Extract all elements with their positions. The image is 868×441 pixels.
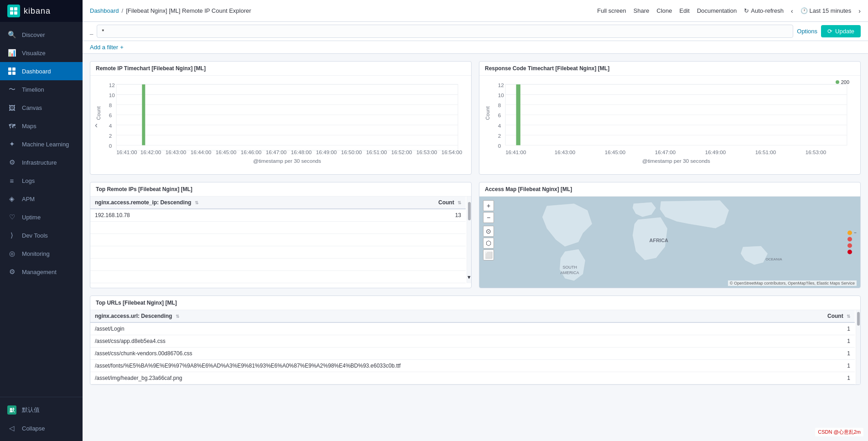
breadcrumb-dashboard-link[interactable]: Dashboard (90, 7, 119, 14)
table-wrapper: nginx.access.remote_ip: Descending ⇅ Cou… (90, 197, 471, 283)
sidebar-item-uptime[interactable]: ♡ Uptime (0, 208, 83, 226)
svg-text:8: 8 (498, 103, 501, 108)
share-button[interactable]: Share (634, 7, 650, 14)
svg-text:10: 10 (498, 93, 504, 98)
table-row: /asset/img/header_bg.23a66caf.png1 (90, 372, 855, 384)
legend-item-4 (847, 250, 857, 254)
svg-text:2: 2 (109, 133, 112, 139)
svg-text:16:45:00: 16:45:00 (605, 150, 625, 156)
options-button[interactable]: Options (797, 28, 817, 35)
time-next-button[interactable]: › (858, 7, 861, 15)
svg-text:@timestamp per 30 seconds: @timestamp per 30 seconds (253, 159, 321, 164)
auto-refresh-button[interactable]: ↻ Auto-refresh (744, 7, 784, 14)
uptime-icon: ♡ (7, 213, 16, 222)
remote-ips-table: nginx.access.remote_ip: Descending ⇅ Cou… (90, 197, 466, 283)
panel-title: Top Remote IPs [Filebeat Nginx] [ML] (90, 182, 471, 197)
maps-icon: 🗺 (7, 121, 16, 130)
map-container: AFRICA SOUTH AMERICA OCEANIA + (479, 197, 860, 288)
update-icon: ⟳ (827, 28, 832, 35)
rectangle-tool-button[interactable]: ⬜ (483, 249, 494, 260)
map-attribution: © OpenStreetMap contributors, OpenMapTil… (728, 280, 857, 286)
clock-icon: 🕐 (800, 7, 808, 14)
table-row: /asset/css/chunk-vendors.00d86706.css1 (90, 348, 855, 360)
table-row (90, 246, 466, 259)
sidebar-item-machine-learning[interactable]: ✦ Machine Learning (0, 135, 83, 153)
col-count-header: Count ⇅ (383, 197, 466, 209)
sidebar-item-timelion[interactable]: 〜 Timelion (0, 80, 83, 99)
sidebar-item-maps[interactable]: 🗺 Maps (0, 117, 83, 135)
svg-text:6: 6 (498, 113, 501, 119)
sidebar: kibana 🔍 Discover 📊 Visualize Dashboard … (0, 0, 83, 441)
map-controls: + − ⊙ ⬡ ⬜ (483, 200, 494, 260)
polygon-tool-button[interactable]: ⬡ (483, 238, 494, 249)
sort-icon: ⇅ (847, 314, 850, 319)
svg-text:16:41:00: 16:41:00 (116, 150, 137, 156)
scrollbar[interactable]: ▾ (467, 197, 471, 283)
zoom-in-button[interactable]: + (483, 200, 494, 211)
sidebar-item-apm[interactable]: ◈ APM (0, 190, 83, 208)
time-range-label: Last 15 minutes (810, 7, 852, 14)
sidebar-nav: 🔍 Discover 📊 Visualize Dashboard 〜 Timel… (0, 22, 83, 397)
sidebar-item-dashboard[interactable]: Dashboard (0, 62, 83, 80)
ip-cell: 192.168.10.78 (90, 209, 383, 222)
management-icon: ⚙ (7, 267, 16, 276)
svg-text:16:43:00: 16:43:00 (555, 150, 575, 156)
sidebar-item-canvas[interactable]: 🖼 Canvas (0, 99, 83, 117)
add-filter-button[interactable]: Add a filter + (90, 44, 124, 51)
svg-text:16:42:00: 16:42:00 (140, 150, 161, 156)
update-button[interactable]: ⟳ Update (821, 25, 861, 37)
reset-view-button[interactable]: ⊙ (483, 226, 494, 237)
time-prev-button[interactable]: ‹ (791, 7, 793, 15)
panel-body: AFRICA SOUTH AMERICA OCEANIA + (479, 197, 860, 288)
count-cell: 13 (383, 209, 466, 222)
edit-button[interactable]: Edit (679, 7, 689, 14)
time-picker[interactable]: 🕐 Last 15 minutes (800, 7, 852, 14)
svg-rect-7 (12, 72, 16, 75)
documentation-button[interactable]: Documentation (697, 7, 737, 14)
scroll-down-icon[interactable]: ▾ (468, 274, 471, 280)
sidebar-item-dev-tools[interactable]: ⟩ Dev Tools (0, 226, 83, 244)
main-content: Dashboard / [Filebeat Nginx] [ML] Remote… (83, 0, 868, 441)
panel-title: Response Code Timechart [Filebeat Nginx]… (479, 62, 860, 76)
sidebar-item-discover[interactable]: 🔍 Discover (0, 26, 83, 44)
panel-row-2: Top Remote IPs [Filebeat Nginx] [ML] ▾ (90, 182, 861, 288)
sidebar-item-label: Visualize (22, 50, 46, 57)
remote-ip-timechart-panel: Remote IP Timechart [Filebeat Nginx] [ML… (90, 61, 472, 175)
svg-text:6: 6 (109, 113, 112, 119)
count-cell: 1 (818, 322, 855, 335)
svg-text:16:47:00: 16:47:00 (655, 150, 676, 156)
scrollbar-thumb (857, 312, 860, 326)
svg-text:Count: Count (485, 106, 490, 119)
svg-text:OCEANIA: OCEANIA (766, 257, 783, 261)
svg-text:16:48:00: 16:48:00 (291, 150, 312, 156)
col-count-header: Count ⇅ (818, 310, 855, 322)
infra-icon: ⚙ (7, 158, 16, 167)
url-cell: /asset/fonts/%E5%BA%9E%E9%97%9A8%E6%AD%A… (90, 360, 818, 372)
sidebar-item-infrastructure[interactable]: ⚙ Infrastructure (0, 153, 83, 171)
sidebar-item-collapse[interactable]: ◁ Collapse (0, 419, 83, 437)
response-code-timechart-panel: Response Code Timechart [Filebeat Nginx]… (479, 61, 861, 175)
timechart-left-svg: 12 10 8 6 4 2 0 Count (94, 79, 468, 171)
svg-text:16:53:00: 16:53:00 (806, 150, 826, 156)
query-input[interactable] (97, 25, 793, 38)
logo-text: kibana (24, 6, 51, 16)
zoom-out-button[interactable]: − (483, 212, 494, 223)
top-urls-panel: Top URLs [Filebeat Nginx] [ML] nginx.acc… (90, 296, 861, 385)
svg-rect-56 (516, 84, 520, 145)
empty-cell (90, 246, 383, 259)
clone-button[interactable]: Clone (657, 7, 672, 14)
scrollbar[interactable] (856, 310, 860, 384)
sidebar-item-label: Dev Tools (22, 232, 48, 239)
sidebar-item-monitoring[interactable]: ◎ Monitoring (0, 244, 83, 263)
empty-cell (90, 234, 383, 246)
chart-nav-left[interactable]: ‹ (95, 120, 98, 130)
full-screen-button[interactable]: Full screen (597, 7, 626, 14)
url-cell: /asset/img/header_bg.23a66caf.png (90, 372, 818, 384)
sidebar-item-label: Timelion (22, 86, 44, 93)
sidebar-item-logs[interactable]: ≡ Logs (0, 171, 83, 190)
count-cell: 1 (818, 372, 855, 384)
sidebar-item-visualize[interactable]: 📊 Visualize (0, 44, 83, 62)
panel-title: Top URLs [Filebeat Nginx] [ML] (90, 296, 860, 310)
sidebar-item-management[interactable]: ⚙ Management (0, 263, 83, 281)
sidebar-item-default[interactable]: 默 默认值 (0, 401, 83, 419)
